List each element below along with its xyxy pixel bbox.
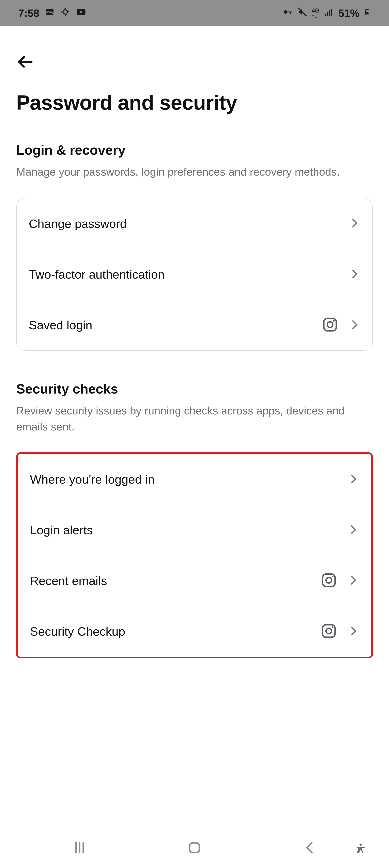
content: Password and security Login & recovery M… [0,26,389,658]
row-icons [321,572,359,589]
section-desc-login: Manage your passwords, login preferences… [16,164,373,180]
row-icons [348,473,359,485]
chevron-right-icon [348,575,359,587]
row-label: Security Checkup [30,624,321,639]
instagram-icon [321,572,337,589]
page-title: Password and security [16,91,373,114]
status-bar: 7:58 4G↑↓ 51% [0,0,389,26]
status-time: 7:58 [18,7,39,19]
row-two-factor[interactable]: Two-factor authentication [17,249,372,300]
svg-rect-7 [331,9,332,16]
row-label: Two-factor authentication [29,268,349,281]
svg-rect-4 [325,13,326,16]
chevron-right-icon [348,524,359,536]
login-card: Change password Two-factor authenticatio… [16,198,373,351]
section-desc-checks: Review security issues by running checks… [16,403,373,435]
accessibility-button[interactable] [353,841,369,857]
svg-rect-24 [190,843,199,852]
row-recent-emails[interactable]: Recent emails [18,555,371,606]
nav-recents-button[interactable] [70,839,89,857]
svg-point-2 [284,10,287,13]
svg-point-16 [326,578,331,583]
network-4g-icon: 4G↑↓ [312,8,320,19]
youtube-icon [76,7,86,20]
row-where-logged-in[interactable]: Where you're logged in [18,454,371,505]
row-saved-login[interactable]: Saved login [17,300,372,350]
nav-back-button[interactable] [300,839,319,857]
svg-point-25 [360,844,362,846]
section-title-checks: Security checks [16,381,373,397]
row-label: Saved login [29,318,322,332]
chevron-right-icon [348,625,359,637]
pinwheel-icon [60,7,70,19]
chevron-right-icon [349,319,360,331]
gallery-icon [45,7,55,19]
row-label: Where you're logged in [30,472,348,487]
section-login-recovery: Login & recovery Manage your passwords, … [16,142,373,351]
row-icons [322,316,360,334]
svg-point-19 [326,628,331,633]
row-login-alerts[interactable]: Login alerts [18,505,371,555]
back-button[interactable] [16,53,34,71]
signal-icon [324,7,334,19]
spacer [16,351,373,381]
battery-percent: 51% [338,7,359,19]
chevron-right-icon [348,473,359,485]
row-label: Recent emails [30,574,321,588]
svg-rect-6 [329,10,330,16]
row-icons [348,524,359,536]
row-security-checkup[interactable]: Security Checkup [18,606,371,657]
phone-frame: 7:58 4G↑↓ 51% [0,0,389,868]
security-checks-card-highlighted: Where you're logged in Login alerts [16,452,373,658]
chevron-right-icon [349,269,360,280]
instagram-icon [322,316,338,334]
vpn-key-icon [283,7,293,20]
nav-home-button[interactable] [185,839,204,857]
battery-icon [364,7,371,20]
svg-point-14 [333,320,335,322]
row-label: Login alerts [30,523,348,537]
row-icons [349,218,360,229]
section-security-checks: Security checks Review security issues b… [16,381,373,658]
mute-icon [297,7,307,19]
svg-rect-9 [366,9,368,9]
svg-point-17 [332,576,333,577]
row-icons [349,269,360,280]
svg-rect-10 [366,12,368,14]
row-change-password[interactable]: Change password [17,198,372,249]
chevron-right-icon [349,218,360,229]
svg-point-13 [327,322,333,328]
sheet: Password and security Login & recovery M… [0,26,389,868]
section-title-login: Login & recovery [16,142,373,158]
status-left: 7:58 [18,7,86,20]
system-nav-bar [0,828,389,868]
instagram-icon [321,623,337,640]
row-label: Change password [29,217,349,231]
row-icons [321,623,359,640]
svg-point-20 [332,626,333,628]
svg-rect-5 [327,12,328,16]
status-right: 4G↑↓ 51% [283,7,371,20]
